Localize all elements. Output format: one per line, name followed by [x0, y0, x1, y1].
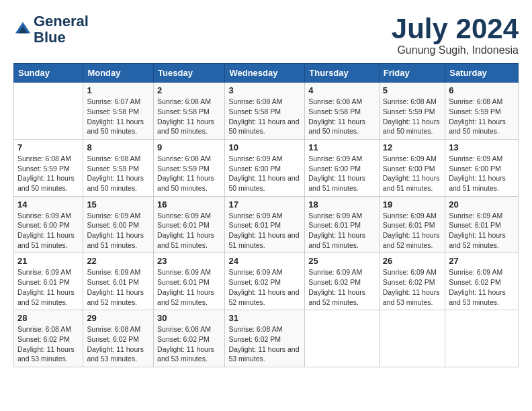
day-info: Sunrise: 6:08 AMSunset: 6:02 PMDaylight:… — [87, 324, 150, 364]
calendar-cell: 15Sunrise: 6:09 AMSunset: 6:00 PMDayligh… — [83, 196, 154, 253]
page-header: General Blue July 2024 Gunung Sugih, Ind… — [13, 13, 519, 56]
day-info: Sunrise: 6:09 AMSunset: 6:02 PMDaylight:… — [308, 267, 375, 307]
calendar-cell: 8Sunrise: 6:08 AMSunset: 5:59 PMDaylight… — [83, 139, 154, 196]
weekday-header: Tuesday — [154, 64, 225, 83]
day-number: 8 — [87, 142, 150, 152]
calendar-cell: 22Sunrise: 6:09 AMSunset: 6:01 PMDayligh… — [83, 253, 154, 310]
day-info: Sunrise: 6:09 AMSunset: 6:01 PMDaylight:… — [228, 211, 301, 250]
day-info: Sunrise: 6:09 AMSunset: 6:00 PMDaylight:… — [228, 154, 301, 193]
day-info: Sunrise: 6:09 AMSunset: 6:00 PMDaylight:… — [87, 211, 150, 250]
day-number: 28 — [17, 313, 79, 323]
calendar-cell: 16Sunrise: 6:09 AMSunset: 6:01 PMDayligh… — [154, 196, 225, 253]
day-number: 27 — [449, 256, 515, 266]
calendar-week-row: 28Sunrise: 6:08 AMSunset: 6:02 PMDayligh… — [14, 310, 519, 367]
day-number: 3 — [228, 85, 301, 95]
weekday-header: Thursday — [305, 64, 380, 83]
day-info: Sunrise: 6:09 AMSunset: 6:01 PMDaylight:… — [17, 267, 79, 307]
day-info: Sunrise: 6:08 AMSunset: 5:58 PMDaylight:… — [228, 97, 301, 136]
calendar-cell: 27Sunrise: 6:09 AMSunset: 6:02 PMDayligh… — [445, 253, 519, 310]
logo-text: General Blue — [34, 13, 89, 46]
day-number: 2 — [157, 85, 221, 95]
calendar-cell: 25Sunrise: 6:09 AMSunset: 6:02 PMDayligh… — [305, 253, 380, 310]
calendar-cell: 17Sunrise: 6:09 AMSunset: 6:01 PMDayligh… — [225, 196, 305, 253]
calendar-cell: 28Sunrise: 6:08 AMSunset: 6:02 PMDayligh… — [14, 310, 83, 367]
day-number: 16 — [157, 199, 221, 210]
weekday-header: Wednesday — [225, 64, 305, 83]
day-number: 31 — [228, 313, 301, 323]
day-number: 29 — [87, 313, 150, 323]
day-info: Sunrise: 6:08 AMSunset: 5:58 PMDaylight:… — [157, 97, 221, 136]
day-info: Sunrise: 6:08 AMSunset: 5:59 PMDaylight:… — [17, 154, 79, 193]
day-info: Sunrise: 6:09 AMSunset: 6:00 PMDaylight:… — [17, 211, 79, 250]
calendar-cell: 4Sunrise: 6:08 AMSunset: 5:58 PMDaylight… — [305, 83, 380, 140]
calendar-cell: 21Sunrise: 6:09 AMSunset: 6:01 PMDayligh… — [14, 253, 83, 310]
weekday-header: Friday — [379, 64, 445, 83]
day-number: 21 — [17, 256, 79, 266]
weekday-header: Monday — [83, 64, 154, 83]
day-number: 19 — [383, 199, 441, 210]
weekday-header: Sunday — [14, 64, 83, 83]
title-area: July 2024 Gunung Sugih, Indonesia — [392, 13, 519, 56]
day-number: 5 — [383, 85, 441, 95]
day-info: Sunrise: 6:09 AMSunset: 6:00 PMDaylight:… — [308, 154, 375, 193]
calendar-cell: 24Sunrise: 6:09 AMSunset: 6:02 PMDayligh… — [225, 253, 305, 310]
day-number: 23 — [157, 256, 221, 266]
day-number: 4 — [308, 85, 375, 95]
calendar-cell — [14, 83, 83, 140]
day-number: 7 — [17, 142, 79, 152]
day-info: Sunrise: 6:09 AMSunset: 6:01 PMDaylight:… — [157, 267, 221, 307]
calendar-cell: 6Sunrise: 6:08 AMSunset: 5:59 PMDaylight… — [445, 83, 519, 140]
day-number: 6 — [449, 85, 515, 95]
day-number: 13 — [449, 142, 515, 152]
day-info: Sunrise: 6:08 AMSunset: 6:02 PMDaylight:… — [228, 324, 301, 364]
calendar-cell: 10Sunrise: 6:09 AMSunset: 6:00 PMDayligh… — [225, 139, 305, 196]
weekday-header-row: SundayMondayTuesdayWednesdayThursdayFrid… — [14, 64, 519, 83]
calendar-cell: 18Sunrise: 6:09 AMSunset: 6:01 PMDayligh… — [305, 196, 380, 253]
day-info: Sunrise: 6:09 AMSunset: 6:01 PMDaylight:… — [87, 267, 150, 307]
calendar-cell: 2Sunrise: 6:08 AMSunset: 5:58 PMDaylight… — [154, 83, 225, 140]
calendar-cell: 26Sunrise: 6:09 AMSunset: 6:02 PMDayligh… — [379, 253, 445, 310]
day-number: 20 — [449, 199, 515, 210]
calendar-week-row: 7Sunrise: 6:08 AMSunset: 5:59 PMDaylight… — [14, 139, 519, 196]
calendar-cell: 19Sunrise: 6:09 AMSunset: 6:01 PMDayligh… — [379, 196, 445, 253]
calendar-table: SundayMondayTuesdayWednesdayThursdayFrid… — [13, 63, 519, 367]
calendar-cell: 9Sunrise: 6:08 AMSunset: 5:59 PMDaylight… — [154, 139, 225, 196]
weekday-header: Saturday — [445, 64, 519, 83]
location-subtitle: Gunung Sugih, Indonesia — [392, 44, 519, 56]
day-info: Sunrise: 6:07 AMSunset: 5:58 PMDaylight:… — [87, 97, 150, 136]
calendar-cell: 1Sunrise: 6:07 AMSunset: 5:58 PMDaylight… — [83, 83, 154, 140]
day-info: Sunrise: 6:09 AMSunset: 6:02 PMDaylight:… — [383, 267, 441, 307]
day-number: 10 — [228, 142, 301, 152]
day-info: Sunrise: 6:09 AMSunset: 6:00 PMDaylight:… — [383, 154, 441, 193]
calendar-cell — [445, 310, 519, 367]
day-info: Sunrise: 6:09 AMSunset: 6:01 PMDaylight:… — [308, 211, 375, 250]
day-number: 1 — [87, 85, 150, 95]
calendar-cell — [379, 310, 445, 367]
day-number: 17 — [228, 199, 301, 210]
day-number: 24 — [228, 256, 301, 266]
calendar-cell: 23Sunrise: 6:09 AMSunset: 6:01 PMDayligh… — [154, 253, 225, 310]
calendar-cell: 12Sunrise: 6:09 AMSunset: 6:00 PMDayligh… — [379, 139, 445, 196]
day-number: 9 — [157, 142, 221, 152]
month-title: July 2024 — [392, 13, 519, 44]
calendar-cell: 30Sunrise: 6:08 AMSunset: 6:02 PMDayligh… — [154, 310, 225, 367]
day-info: Sunrise: 6:09 AMSunset: 6:01 PMDaylight:… — [383, 211, 441, 250]
calendar-cell: 11Sunrise: 6:09 AMSunset: 6:00 PMDayligh… — [305, 139, 380, 196]
day-info: Sunrise: 6:08 AMSunset: 5:58 PMDaylight:… — [308, 97, 375, 136]
calendar-cell: 31Sunrise: 6:08 AMSunset: 6:02 PMDayligh… — [225, 310, 305, 367]
day-info: Sunrise: 6:08 AMSunset: 5:59 PMDaylight:… — [87, 154, 150, 193]
calendar-week-row: 21Sunrise: 6:09 AMSunset: 6:01 PMDayligh… — [14, 253, 519, 310]
day-number: 14 — [17, 199, 79, 210]
day-info: Sunrise: 6:09 AMSunset: 6:02 PMDaylight:… — [449, 267, 515, 307]
day-info: Sunrise: 6:08 AMSunset: 5:59 PMDaylight:… — [157, 154, 221, 193]
day-number: 15 — [87, 199, 150, 210]
day-info: Sunrise: 6:08 AMSunset: 6:02 PMDaylight:… — [157, 324, 221, 364]
day-number: 25 — [308, 256, 375, 266]
day-info: Sunrise: 6:08 AMSunset: 5:59 PMDaylight:… — [449, 97, 515, 136]
day-info: Sunrise: 6:08 AMSunset: 5:59 PMDaylight:… — [383, 97, 441, 136]
day-number: 18 — [308, 199, 375, 210]
logo: General Blue — [13, 13, 89, 46]
day-number: 11 — [308, 142, 375, 152]
calendar-cell: 29Sunrise: 6:08 AMSunset: 6:02 PMDayligh… — [83, 310, 154, 367]
calendar-cell: 7Sunrise: 6:08 AMSunset: 5:59 PMDaylight… — [14, 139, 83, 196]
